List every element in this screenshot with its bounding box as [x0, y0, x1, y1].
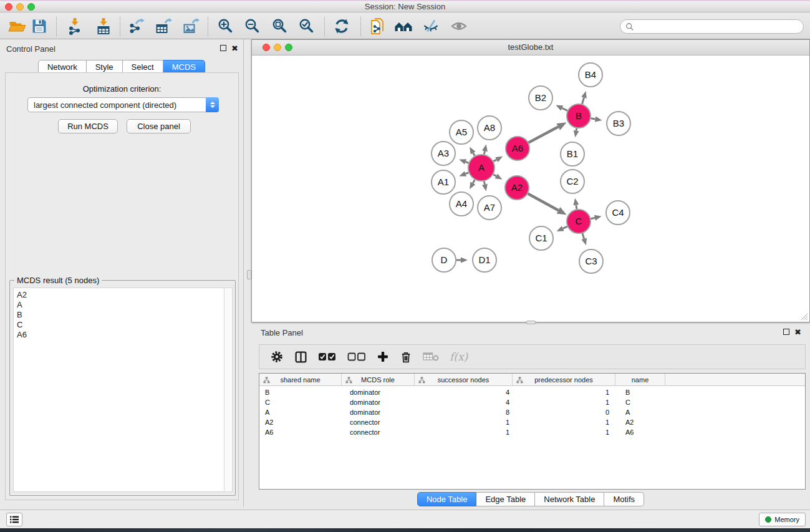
table-cell[interactable]: 4 — [415, 387, 509, 397]
table-cell[interactable]: connector — [350, 427, 415, 437]
tab-node-table[interactable]: Node Table — [417, 492, 477, 506]
table-cell[interactable]: A6 — [625, 427, 665, 437]
tab-network-table[interactable]: Network Table — [535, 492, 604, 506]
memory-button[interactable]: Memory — [759, 513, 806, 526]
table-cell[interactable]: dominator — [350, 407, 415, 417]
graph-node-B1[interactable]: B1 — [561, 142, 584, 166]
result-list-item[interactable]: C — [17, 320, 225, 330]
table-cell[interactable]: A2 — [625, 417, 665, 427]
column-header-MCDS-role[interactable]: MCDS role — [342, 374, 415, 386]
graph-node-A4[interactable]: A4 — [450, 192, 473, 216]
zoom-traffic-light[interactable] — [285, 44, 292, 51]
search-input[interactable] — [620, 19, 804, 34]
table-cell[interactable]: A — [625, 407, 665, 417]
table-cell[interactable]: 8 — [415, 407, 509, 417]
graph-node-A1[interactable]: A1 — [432, 170, 455, 194]
close-traffic-light[interactable] — [5, 3, 12, 11]
export-image-icon[interactable] — [181, 17, 200, 36]
zoom-in-icon[interactable] — [216, 17, 235, 36]
graph-node-A6[interactable]: A6 — [506, 137, 529, 160]
export-network-icon[interactable] — [127, 17, 146, 36]
table-cell[interactable]: 1 — [415, 427, 509, 437]
panel-menu-button[interactable] — [6, 513, 22, 526]
table-cell[interactable]: 1 — [513, 417, 609, 427]
table-cell[interactable]: dominator — [350, 387, 415, 397]
zoom-traffic-light[interactable] — [27, 3, 35, 11]
graph-node-B2[interactable]: B2 — [529, 86, 552, 110]
show-all-icon[interactable] — [450, 17, 468, 36]
save-session-icon[interactable] — [30, 17, 49, 36]
table-cell[interactable]: A6 — [265, 427, 342, 437]
graph-node-A[interactable]: A — [468, 155, 494, 181]
graph-node-B3[interactable]: B3 — [607, 112, 630, 135]
node-table[interactable]: shared nameMCDS rolesuccessor nodesprede… — [259, 373, 806, 490]
run-mcds-button[interactable]: Run MCDS — [58, 119, 118, 133]
settings-gear-icon[interactable] — [270, 350, 284, 364]
table-header-row[interactable]: shared nameMCDS rolesuccessor nodesprede… — [259, 374, 805, 386]
graph-node-C1[interactable]: C1 — [529, 226, 553, 250]
table-cell[interactable]: B — [265, 387, 342, 397]
column-header-successor-nodes[interactable]: successor nodes — [415, 374, 513, 386]
select-all-rows-icon[interactable] — [318, 352, 337, 362]
criterion-select[interactable]: largest connected component (directed) — [27, 97, 219, 112]
graph-node-C[interactable]: C — [567, 210, 591, 233]
network-graph[interactable]: AA1A2A3A4A5A6A7A8BB1B2B3B4CC1C2C3C4DD1 — [252, 56, 809, 322]
zoom-fit-icon[interactable] — [271, 17, 289, 36]
tab-motifs[interactable]: Motifs — [604, 492, 644, 506]
vertical-splitter-handle[interactable] — [247, 270, 251, 279]
graph-node-D[interactable]: D — [432, 248, 456, 272]
table-cell[interactable]: A — [265, 407, 342, 417]
table-cell[interactable]: 0 — [513, 407, 609, 417]
close-panel-button[interactable]: Close panel — [127, 119, 191, 133]
graph-node-A8[interactable]: A8 — [478, 116, 501, 140]
table-cell[interactable]: 1 — [415, 417, 509, 427]
zoom-selected-icon[interactable] — [297, 17, 316, 36]
close-panel-icon[interactable]: ✖ — [794, 327, 801, 337]
table-cell[interactable]: dominator — [350, 397, 415, 407]
tab-edge-table[interactable]: Edge Table — [476, 492, 535, 506]
table-cell[interactable]: 1 — [513, 427, 609, 437]
table-cell[interactable]: 1 — [513, 397, 609, 407]
new-network-from-selection-icon[interactable] — [369, 17, 387, 36]
import-table-icon[interactable] — [94, 17, 113, 36]
first-neighbors-icon[interactable] — [394, 17, 413, 36]
graph-node-B4[interactable]: B4 — [579, 63, 602, 87]
window-resize-grip[interactable] — [799, 312, 808, 321]
result-scrollbar[interactable] — [224, 288, 233, 492]
float-panel-icon[interactable] — [783, 329, 789, 335]
float-panel-icon[interactable]: ❐ — [220, 45, 226, 51]
mcds-result-list[interactable]: A2ABCA6 — [13, 288, 226, 492]
import-network-icon[interactable] — [65, 17, 84, 36]
graph-node-D1[interactable]: D1 — [473, 248, 496, 272]
column-header-name[interactable]: name — [615, 374, 665, 386]
table-cell[interactable]: connector — [350, 417, 415, 427]
graph-node-C4[interactable]: C4 — [606, 201, 630, 225]
result-list-item[interactable]: A6 — [17, 330, 225, 340]
close-panel-icon[interactable]: ✖ — [231, 44, 238, 53]
graph-node-B[interactable]: B — [567, 104, 591, 128]
add-row-icon[interactable] — [377, 351, 389, 363]
graph-node-A3[interactable]: A3 — [432, 142, 455, 165]
graph-node-A7[interactable]: A7 — [478, 196, 501, 220]
export-table-icon[interactable] — [154, 17, 173, 36]
zoom-out-icon[interactable] — [243, 17, 262, 36]
table-cell[interactable]: 1 — [513, 387, 609, 397]
table-cell[interactable]: 4 — [415, 397, 509, 407]
table-cell[interactable]: C — [265, 397, 342, 407]
graph-node-A2[interactable]: A2 — [505, 176, 529, 200]
delete-row-icon[interactable] — [400, 351, 412, 364]
result-list-item[interactable]: A2 — [17, 290, 225, 300]
hide-selected-icon[interactable] — [422, 17, 440, 36]
minimize-traffic-light[interactable] — [274, 44, 281, 51]
open-file-icon[interactable] — [7, 17, 26, 36]
graph-node-C2[interactable]: C2 — [561, 170, 584, 193]
close-traffic-light[interactable] — [263, 44, 270, 51]
minimize-traffic-light[interactable] — [16, 3, 24, 11]
table-cell[interactable]: A2 — [265, 417, 342, 427]
show-column-icon[interactable] — [294, 351, 307, 364]
table-cell[interactable]: C — [625, 397, 665, 407]
refresh-icon[interactable] — [332, 17, 351, 36]
result-list-item[interactable]: A — [17, 300, 225, 310]
deselect-all-rows-icon[interactable] — [347, 352, 366, 362]
result-list-item[interactable]: B — [17, 310, 225, 320]
